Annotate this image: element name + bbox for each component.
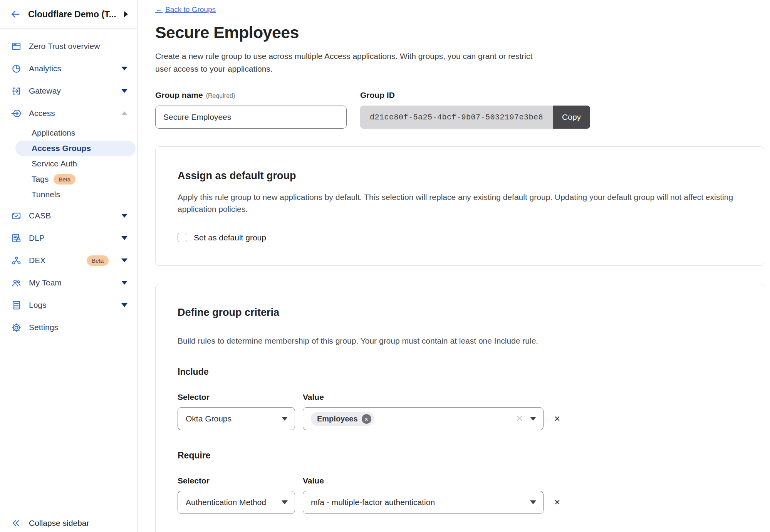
chevron-down-icon[interactable] (121, 214, 127, 218)
chevron-down-icon (530, 500, 536, 504)
chevron-down-icon[interactable] (121, 258, 127, 262)
chevron-up-icon[interactable] (121, 111, 127, 115)
define-group-criteria-card: Define group criteria Build rules to det… (155, 284, 764, 532)
selector-value: Okta Groups (186, 414, 232, 423)
analytics-pie-icon (11, 64, 22, 74)
sidebar-item-label: DEX (29, 256, 79, 265)
sidebar-item-settings[interactable]: Settings (0, 316, 137, 339)
sidebar-item-zero-trust-overview[interactable]: Zero Trust overview (0, 35, 137, 57)
include-section-heading: Include (178, 367, 742, 377)
sidebar-item-label: CASB (29, 211, 114, 220)
sidebar-item-applications[interactable]: Applications (0, 125, 137, 141)
sidebar-item-label: Logs (29, 300, 114, 310)
remove-include-rule-icon[interactable]: ✕ (554, 414, 560, 423)
chevron-down-icon[interactable] (121, 89, 127, 93)
sidebar-item-gateway[interactable]: Gateway (0, 80, 137, 102)
collapse-sidebar-button[interactable]: Collapse sidebar (0, 514, 137, 532)
sidebar-item-access-groups[interactable]: Access Groups (15, 141, 136, 156)
back-arrow-icon[interactable] (10, 9, 21, 20)
beta-badge: Beta (54, 174, 75, 185)
account-name: Cloudflare Demo (T... (28, 9, 117, 20)
card-title: Assign as default group (178, 170, 742, 182)
page-description: Create a new rule group to use across mu… (155, 50, 540, 75)
copy-button[interactable]: Copy (553, 106, 590, 129)
include-rule-row: Okta Groups Employees x ✕ ✕ (178, 407, 742, 430)
include-selector-dropdown[interactable]: Okta Groups (178, 407, 295, 430)
sidebar-item-label: Zero Trust overview (29, 42, 127, 51)
team-people-icon (11, 278, 22, 288)
selector-label: Selector (178, 476, 303, 485)
chevron-down-icon[interactable] (121, 303, 127, 307)
sidebar-item-logs[interactable]: Logs (0, 294, 137, 316)
group-id-value: d21ce80f-5a25-4bcf-9b07-5032197e3be8 (360, 106, 553, 129)
double-chevron-left-icon (11, 518, 21, 528)
account-expand-icon[interactable] (124, 11, 128, 17)
sidebar-item-dex[interactable]: DEX Beta (0, 249, 137, 272)
gear-icon (11, 322, 22, 333)
sidebar-subitem-label: Tunnels (32, 190, 60, 199)
set-default-checkbox[interactable] (178, 233, 187, 242)
sidebar-item-label: Gateway (29, 86, 114, 96)
chevron-down-icon (530, 417, 536, 421)
sidebar-item-tags[interactable]: Tags Beta (0, 171, 137, 187)
sidebar-item-dlp[interactable]: DLP (0, 227, 137, 249)
sidebar-item-my-team[interactable]: My Team (0, 272, 137, 294)
require-section-heading: Require (178, 450, 742, 461)
chevron-down-icon[interactable] (121, 236, 127, 240)
group-id-field: Group ID d21ce80f-5a25-4bcf-9b07-5032197… (360, 91, 590, 129)
sidebar-item-label: Settings (29, 323, 127, 332)
group-name-input[interactable] (155, 106, 347, 129)
value-chip-employees: Employees x (311, 412, 374, 426)
gateway-icon (11, 86, 22, 96)
sidebar-item-access[interactable]: Access (0, 102, 137, 124)
chip-label: Employees (317, 415, 358, 423)
require-value: mfa - multiple-factor authentication (311, 498, 435, 507)
group-name-field: Group name(Required) (155, 91, 347, 129)
selector-label: Selector (178, 393, 303, 402)
sidebar-item-label: Access (29, 109, 114, 118)
card-title: Define group criteria (178, 307, 742, 319)
required-hint: (Required) (206, 92, 235, 99)
sidebar-item-label: DLP (29, 233, 114, 243)
casb-icon (11, 211, 22, 221)
left-arrow-icon: ← (155, 5, 163, 14)
dlp-document-lock-icon (11, 233, 22, 243)
value-label: Value (303, 476, 324, 485)
sidebar-nav: Zero Trust overview Analytics Gateway Ac… (0, 29, 137, 339)
sidebar-header: Cloudflare Demo (T... (0, 0, 137, 29)
sidebar: Cloudflare Demo (T... Zero Trust overvie… (0, 0, 138, 532)
include-value-multiselect[interactable]: Employees x ✕ (303, 407, 544, 430)
group-name-label-text: Group name (155, 91, 203, 99)
access-icon (11, 108, 22, 119)
main-content: ← Back to Groups Secure Employees Create… (138, 0, 770, 532)
value-label: Value (303, 393, 324, 402)
sidebar-item-tunnels[interactable]: Tunnels (0, 187, 137, 202)
dex-network-icon (11, 255, 22, 266)
sidebar-subitem-label: Access Groups (32, 144, 91, 153)
chip-remove-icon[interactable]: x (362, 414, 371, 424)
logs-list-icon (11, 300, 22, 310)
group-name-label: Group name(Required) (155, 91, 347, 100)
sidebar-item-service-auth[interactable]: Service Auth (0, 156, 137, 171)
selector-value: Authentication Method (186, 498, 266, 507)
set-default-group-row: Set as default group (178, 233, 742, 242)
chevron-down-icon[interactable] (121, 281, 127, 285)
sidebar-item-casb[interactable]: CASB (0, 205, 137, 227)
sidebar-subitem-label: Tags (32, 175, 49, 184)
card-description: Build rules to determine membership of t… (178, 335, 742, 347)
include-labels-row: Selector Value (178, 393, 742, 402)
group-id-label: Group ID (360, 91, 590, 100)
chevron-down-icon (282, 500, 288, 504)
require-value-dropdown[interactable]: mfa - multiple-factor authentication (303, 491, 544, 514)
clear-all-icon[interactable]: ✕ (516, 414, 523, 424)
chevron-down-icon[interactable] (121, 67, 127, 70)
sidebar-item-label: My Team (29, 278, 114, 287)
overview-window-icon (11, 41, 22, 52)
chevron-down-icon (282, 417, 288, 421)
back-to-groups-link[interactable]: ← Back to Groups (155, 5, 216, 14)
require-labels-row: Selector Value (178, 476, 742, 485)
sidebar-item-analytics[interactable]: Analytics (0, 57, 137, 80)
page-title: Secure Employees (155, 23, 770, 42)
require-selector-dropdown[interactable]: Authentication Method (178, 491, 295, 514)
remove-require-rule-icon[interactable]: ✕ (554, 498, 560, 507)
